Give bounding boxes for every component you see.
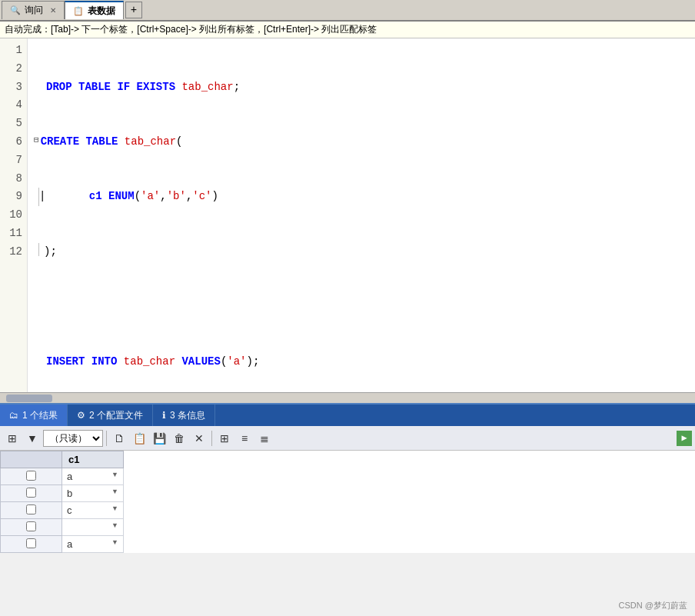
query-tab-close[interactable]: ✕ [50, 6, 56, 15]
horizontal-scrollbar[interactable] [0, 392, 695, 403]
code-line-1: DROP TABLE IF EXISTS tab_char; [34, 78, 689, 97]
code-line-6: INSERT INTO tab_char VALUES('a'); [34, 353, 689, 371]
row1-checkbox[interactable] [26, 471, 36, 481]
row1-dropdown[interactable]: ▼ [111, 471, 118, 478]
code-line-3: | c1 ENUM('a','b','c') [34, 188, 689, 206]
add-tab-icon: + [131, 4, 137, 16]
code-line-4: ); [34, 243, 689, 261]
tab-table[interactable]: 📋 表数据 [65, 1, 124, 19]
table-row: b▼ [1, 485, 124, 502]
table-tab-label: 表数据 [88, 5, 115, 18]
toolbar-table-view-btn[interactable]: ⊞ [215, 429, 234, 448]
toolbar-grid-btn[interactable]: ⊞ [3, 429, 22, 448]
readonly-select[interactable]: （只读） [43, 430, 103, 447]
data-table: c1 a▼ b▼ c▼ [0, 451, 124, 553]
row5-checkbox-cell[interactable] [1, 536, 62, 553]
result-tab-info[interactable]: ℹ 3 条信息 [153, 405, 215, 426]
query-tab-label: 询问 [25, 4, 43, 17]
result-toolbar: ⊞ ▼ （只读） 🗋 📋 💾 🗑 ✕ ⊞ ≡ ≣ ▶ [0, 426, 695, 451]
result1-icon: 🗂 [9, 410, 18, 421]
tab-query[interactable]: 🔍 询问 ✕ [2, 1, 65, 19]
info-icon: ℹ [162, 410, 166, 421]
table-row: c▼ [1, 502, 124, 519]
row3-value[interactable]: c▼ [62, 502, 124, 519]
row5-value[interactable]: a▼ [62, 536, 124, 553]
result-tab-config[interactable]: ⚙ 2 个配置文件 [68, 405, 153, 426]
result-tab-1[interactable]: 🗂 1 个结果 [0, 405, 68, 426]
line-numbers: 1 2 3 4 5 6 7 8 9 10 11 12 [0, 38, 28, 392]
toolbar-menu-btn[interactable]: ▼ [23, 429, 42, 448]
table-tab-icon: 📋 [73, 6, 84, 16]
code-editor: 1 2 3 4 5 6 7 8 9 10 11 12 DROP TABLE IF… [0, 38, 695, 392]
code-content[interactable]: DROP TABLE IF EXISTS tab_char; ⊟ CREATE … [28, 38, 695, 392]
indent-line-3: | [38, 188, 39, 206]
add-tab-button[interactable]: + [125, 2, 142, 18]
row4-value[interactable]: ▼ [62, 519, 124, 536]
toolbar-divider-2 [211, 431, 212, 446]
toolbar-divider-1 [106, 431, 107, 446]
row2-checkbox-cell[interactable] [1, 485, 62, 502]
results-tab-bar: 🗂 1 个结果 ⚙ 2 个配置文件 ℹ 3 条信息 [0, 405, 695, 426]
info-label: 3 条信息 [170, 409, 205, 422]
toolbar-text-view-btn[interactable]: ≣ [255, 429, 274, 448]
row2-dropdown[interactable]: ▼ [111, 488, 118, 495]
row4-checkbox-cell[interactable] [1, 519, 62, 536]
code-line-2: ⊟ CREATE TABLE tab_char( [34, 133, 689, 152]
table-row: ▼ [1, 519, 124, 536]
row3-dropdown[interactable]: ▼ [111, 504, 118, 512]
row4-dropdown[interactable]: ▼ [111, 521, 118, 529]
toolbar-save-btn[interactable]: 💾 [150, 429, 168, 448]
col-header-c1[interactable]: c1 [62, 451, 124, 468]
row3-checkbox-cell[interactable] [1, 502, 62, 519]
data-table-wrapper[interactable]: c1 a▼ b▼ c▼ [0, 451, 695, 553]
config-label: 2 个配置文件 [89, 409, 143, 422]
toolbar-new-btn[interactable]: 🗋 [110, 429, 128, 448]
query-tab-icon: 🔍 [10, 5, 21, 15]
toolbar-right-icon: ▶ [677, 431, 692, 446]
row5-dropdown[interactable]: ▼ [111, 538, 118, 546]
toolbar-row-view-btn[interactable]: ≡ [235, 429, 254, 448]
row2-value[interactable]: b▼ [62, 485, 124, 502]
toolbar-cancel-btn[interactable]: ✕ [190, 429, 208, 448]
toolbar-delete-btn[interactable]: 🗑 [170, 429, 188, 448]
col-header-checkbox [1, 451, 62, 468]
table-row: a▼ [1, 536, 124, 553]
tab-bar: 🔍 询问 ✕ 📋 表数据 + [0, 0, 695, 22]
row5-checkbox[interactable] [26, 538, 36, 548]
result1-label: 1 个结果 [22, 409, 58, 422]
indent-line-4 [38, 243, 39, 256]
watermark: CSDN @梦幻蔚蓝 [619, 600, 687, 611]
row4-checkbox[interactable] [26, 521, 36, 531]
code-line-5 [34, 298, 689, 316]
fold-marker-2[interactable]: ⊟ [34, 133, 39, 148]
row2-checkbox[interactable] [26, 488, 36, 498]
row1-value[interactable]: a▼ [62, 468, 124, 485]
row3-checkbox[interactable] [26, 504, 36, 514]
toolbar-copy-btn[interactable]: 📋 [130, 429, 148, 448]
autocomplete-hint: 自动完成：[Tab]-> 下一个标签，[Ctrl+Space]-> 列出所有标签… [0, 22, 695, 38]
results-panel: 🗂 1 个结果 ⚙ 2 个配置文件 ℹ 3 条信息 ⊞ ▼ （只读） 🗋 📋 💾… [0, 403, 695, 553]
config-icon: ⚙ [77, 410, 85, 421]
table-row: a▼ [1, 468, 124, 485]
row1-checkbox-cell[interactable] [1, 468, 62, 485]
